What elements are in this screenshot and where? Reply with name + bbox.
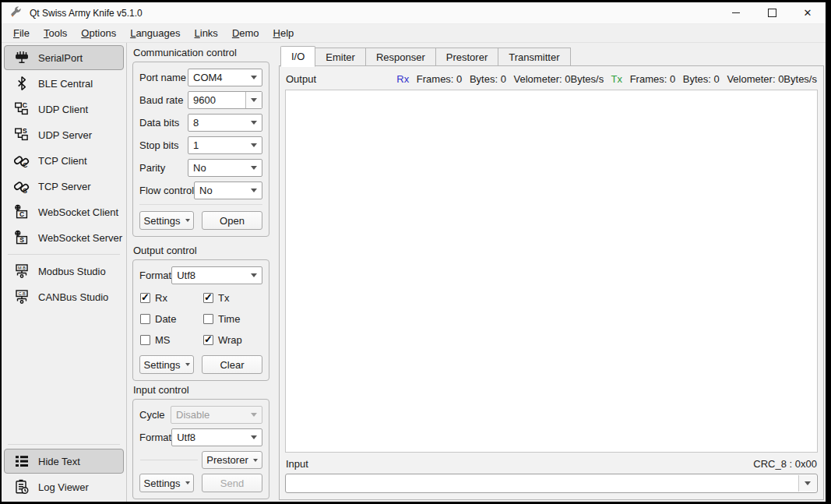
close-button[interactable]: ✕ [790, 2, 826, 23]
sidebar-item-websocket-server[interactable]: S WebSocket Server [4, 225, 124, 250]
chevron-down-icon [251, 76, 257, 79]
rx-frames: Frames: 0 [417, 73, 463, 85]
checkbox-time[interactable]: Time [203, 313, 240, 324]
data-bits-select[interactable]: 8 [188, 114, 262, 132]
checkbox-label: Date [155, 313, 176, 325]
prestorer-button[interactable]: Prestorer [202, 451, 262, 469]
maximize-button[interactable] [754, 2, 790, 23]
group-divider [139, 204, 262, 205]
input-header-row: Input CRC_8 : 0x00 [286, 458, 817, 470]
chevron-down-icon [251, 413, 257, 417]
stop-bits-select[interactable]: 1 [188, 136, 262, 154]
log-viewer-button[interactable]: Log Viewer [4, 474, 124, 499]
checkbox-wrap[interactable]: Wrap [203, 334, 242, 345]
flow-control-select[interactable]: No [194, 182, 262, 199]
communication-buttons-row: Settings Open [139, 211, 262, 230]
chevron-down-icon [251, 189, 257, 192]
input-dropdown-button[interactable] [798, 475, 816, 492]
checkbox-date[interactable]: Date [140, 313, 203, 324]
tab-label: Responser [376, 51, 425, 63]
input-format-label: Format [139, 432, 171, 443]
checkbox-rx[interactable]: Rx [140, 292, 203, 303]
output-format-select[interactable]: Utf8 [171, 266, 262, 284]
checkbox-icon [140, 314, 150, 324]
checkbox-icon [140, 335, 150, 345]
crc-value: CRC_8 : 0x00 [753, 458, 817, 470]
output-checkbox-grid: Rx Tx Date Time MS Wrap [140, 292, 262, 355]
input-format-value: Utf8 [177, 432, 251, 443]
rx-bytes: Bytes: 0 [470, 73, 506, 85]
sidebar-footer: Hide Text Log Viewer [2, 440, 126, 500]
parity-row: Parity No [139, 159, 262, 177]
tab-io[interactable]: I/O [280, 46, 315, 67]
modbus-icon: M.B [13, 263, 30, 280]
output-settings-button[interactable]: Settings [139, 355, 194, 374]
sidebar-item-tcp-server[interactable]: S TCP Server [4, 174, 124, 199]
websocket-client-icon: C [13, 204, 30, 220]
input-buttons-row: Settings Send [139, 474, 262, 492]
menu-languages[interactable]: Languages [123, 26, 187, 41]
sidebar-item-serialport[interactable]: SerialPort [4, 45, 124, 70]
checkbox-label: Wrap [218, 334, 242, 346]
baud-rate-select[interactable]: 9600 [188, 91, 262, 109]
chevron-down-icon [251, 166, 257, 170]
tx-bytes: Bytes: 0 [683, 73, 720, 85]
checkbox-tx[interactable]: Tx [203, 292, 229, 303]
menu-help[interactable]: Help [266, 26, 301, 41]
checkbox-icon [203, 314, 213, 324]
sidebar-item-websocket-client[interactable]: C WebSocket Client [4, 199, 124, 224]
tab-emiter[interactable]: Emiter [315, 48, 366, 66]
port-name-select[interactable]: COM4 [188, 69, 262, 86]
checkbox-icon [140, 293, 150, 303]
chevron-down-icon [253, 459, 258, 462]
flow-control-label: Flow control [139, 185, 194, 196]
input-combobox[interactable] [285, 474, 818, 493]
traffic-stats: Rx Frames: 0 Bytes: 0 Velometer: 0Bytes/… [396, 73, 817, 85]
minimize-button[interactable] [718, 2, 754, 23]
output-format-row: Format Utf8 [139, 266, 262, 284]
output-textarea[interactable] [285, 90, 818, 453]
comm-settings-button[interactable]: Settings [139, 211, 194, 230]
sidebar-item-label: SerialPort [38, 52, 83, 64]
middle-spacer [132, 381, 269, 383]
tab-prestorer[interactable]: Prestorer [436, 48, 498, 66]
port-name-label: Port name [139, 72, 186, 83]
sidebar-item-tcp-client[interactable]: C TCP Client [4, 148, 124, 173]
sidebar-item-udp-server[interactable]: S UDP Server [4, 122, 124, 147]
chevron-down-icon [251, 98, 257, 102]
menu-links[interactable]: Links [188, 26, 225, 41]
output-control-group: Format Utf8 Rx Tx Date Time MS Wrap Sett… [132, 259, 269, 381]
checkbox-label: Time [218, 313, 240, 325]
tab-responser[interactable]: Responser [366, 48, 436, 66]
sidebar-item-canbus-studio[interactable]: C.B CANBus Studio [4, 284, 124, 309]
input-field[interactable] [286, 478, 798, 489]
input-format-select[interactable]: Utf8 [171, 428, 262, 446]
menu-options[interactable]: Options [74, 26, 123, 41]
sidebar-divider [8, 254, 120, 255]
cycle-label: Cycle [139, 409, 165, 421]
serial-port-icon [13, 50, 30, 66]
input-settings-button[interactable]: Settings [139, 474, 194, 492]
main-content: SerialPort BLE Central C UDP Client S UD… [2, 43, 826, 502]
parity-value: No [193, 162, 251, 174]
hide-text-button[interactable]: Hide Text [4, 449, 124, 474]
input-label: Input [286, 458, 308, 470]
tab-transmitter[interactable]: Transmitter [498, 48, 570, 66]
stop-bits-label: Stop bits [139, 139, 179, 151]
menu-demo[interactable]: Demo [225, 26, 266, 41]
chevron-down-icon [805, 481, 811, 485]
checkbox-ms[interactable]: MS [140, 334, 203, 345]
sidebar-item-udp-client[interactable]: C UDP Client [4, 97, 124, 122]
right-panel: I/O Emiter Responser Prestorer Transmitt… [277, 43, 826, 502]
open-button[interactable]: Open [202, 211, 262, 230]
parity-select[interactable]: No [188, 159, 262, 177]
wrench-icon [9, 6, 23, 19]
combo-dropdown-button[interactable] [245, 92, 262, 108]
clear-button[interactable]: Clear [202, 355, 262, 374]
menu-tools[interactable]: Tools [37, 26, 74, 41]
screen: Qt Swiss Army Knife v5.1.0 ✕ File Tools … [0, 0, 831, 504]
sidebar-item-ble-central[interactable]: BLE Central [4, 71, 124, 96]
prestorer-row: Prestorer [139, 451, 262, 469]
sidebar-item-modbus-studio[interactable]: M.B Modbus Studio [4, 259, 124, 284]
menu-file[interactable]: File [6, 26, 37, 41]
